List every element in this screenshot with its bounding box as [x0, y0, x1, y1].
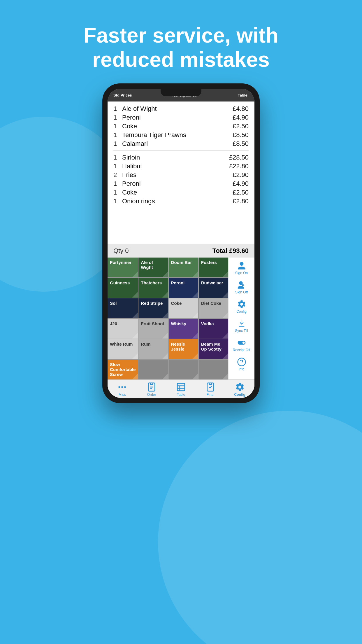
- order-item: 1 Coke £2.50: [113, 122, 249, 131]
- nav-order-label: Order: [147, 393, 156, 397]
- person-icon: [237, 261, 246, 270]
- info-button[interactable]: Info: [229, 355, 254, 374]
- grid-btn-vodka[interactable]: Vodka: [199, 319, 228, 339]
- grid-btn-fortyniner[interactable]: Fortyniner: [108, 258, 138, 277]
- grid-btn-peroni[interactable]: Peroni: [169, 278, 198, 298]
- bottom-nav: Misc Order: [108, 379, 254, 398]
- total-value: Total £93.60: [212, 247, 249, 255]
- nav-table-label: Table: [177, 393, 185, 397]
- clipboard-icon: [147, 382, 157, 392]
- grid-btn-empty-3[interactable]: [199, 360, 228, 379]
- nav-order[interactable]: Order: [137, 382, 166, 397]
- headline-text: Faster service, with reduced mistakes: [0, 23, 362, 72]
- order-list: 1 Ale of Wight £4.80 1 Peroni £4.90 1 Co…: [108, 102, 254, 244]
- check-clipboard-icon: [205, 382, 215, 392]
- bg-circle-1: [158, 411, 362, 644]
- grid-btn-coke[interactable]: Coke: [169, 298, 198, 318]
- receipt-off-button[interactable]: Receipt Off: [229, 336, 254, 354]
- sync-till-label: Sync Till: [235, 329, 248, 333]
- grid-btn-whisky[interactable]: Whisky: [169, 319, 198, 339]
- order-item: 1 Peroni £4.90: [113, 113, 249, 122]
- grid-btn-diet-coke[interactable]: Diet Coke: [199, 298, 228, 318]
- grid-btn-ale-of-wight[interactable]: Ale of Wight: [138, 258, 168, 277]
- info-label: Info: [238, 367, 244, 371]
- grid-btn-sol[interactable]: Sol: [108, 298, 138, 318]
- grid-btn-budweiser[interactable]: Budweiser: [199, 278, 228, 298]
- dots-icon: [117, 382, 127, 392]
- nav-config-label: Config: [234, 393, 245, 397]
- order-area: 1 Ale of Wight £4.80 1 Peroni £4.90 1 Co…: [108, 102, 254, 398]
- order-item: 1 Peroni £4.90: [113, 179, 249, 188]
- svg-point-3: [122, 386, 123, 388]
- grid-btn-fruit-shoot[interactable]: Fruit Shoot: [138, 319, 168, 339]
- nav-gear-icon: [235, 382, 245, 392]
- headline: Faster service, with reduced mistakes: [0, 0, 362, 83]
- qty-label: Qty 0: [113, 247, 129, 255]
- question-icon: [237, 357, 246, 367]
- svg-point-4: [124, 386, 126, 388]
- order-item: 1 Coke £2.50: [113, 188, 249, 197]
- sidebar: Sign On Sign Off Config: [228, 258, 254, 379]
- sign-on-label: Sign On: [235, 271, 248, 275]
- order-item: 1 Halibut £22.80: [113, 162, 249, 171]
- nav-misc[interactable]: Misc: [108, 382, 137, 397]
- config-sidebar-button[interactable]: Config: [229, 297, 254, 316]
- config-sidebar-label: Config: [236, 309, 247, 314]
- gear-icon: [237, 300, 246, 309]
- total-bar: Qty 0 Total £93.60: [108, 244, 254, 258]
- nav-final[interactable]: Final: [196, 382, 225, 397]
- receipt-off-label: Receipt Off: [233, 348, 250, 352]
- person-x-icon: [237, 280, 246, 290]
- svg-rect-8: [177, 383, 185, 391]
- phone-wrapper: Std Prices Not Signed On Table: 1 Ale of…: [0, 83, 362, 403]
- sync-till-button[interactable]: Sync Till: [229, 316, 254, 335]
- order-item: 1 Sirloin £28.50: [113, 153, 249, 162]
- svg-point-2: [119, 386, 120, 388]
- grid-btn-fosters[interactable]: Fosters: [199, 258, 228, 277]
- svg-rect-5: [150, 383, 153, 384]
- sign-off-button[interactable]: Sign Off: [229, 278, 254, 297]
- order-group-2: 1 Sirloin £28.50 1 Halibut £22.80 2 Frie…: [113, 153, 249, 208]
- grid-btn-empty-2[interactable]: [169, 360, 198, 379]
- phone-mockup: Std Prices Not Signed On Table: 1 Ale of…: [102, 83, 260, 403]
- order-item: 2 Fries £2.90: [113, 171, 249, 179]
- nav-table[interactable]: Table: [166, 382, 196, 397]
- grid-btn-white-rum[interactable]: White Rum: [108, 339, 138, 359]
- grid-btn-red-stripe[interactable]: Red Stripe: [138, 298, 168, 318]
- grid-btn-guinness[interactable]: Guinness: [108, 278, 138, 298]
- phone-screen: Std Prices Not Signed On Table: 1 Ale of…: [108, 89, 254, 398]
- buttons-section: Fortyniner Ale of Wight Doom Bar Fosters…: [108, 258, 254, 379]
- order-item: 1 Ale of Wight £4.80: [113, 104, 249, 113]
- button-grid: Fortyniner Ale of Wight Doom Bar Fosters…: [108, 258, 228, 379]
- nav-final-label: Final: [207, 393, 214, 397]
- table-icon: [176, 382, 186, 392]
- status-prices: Std Prices: [113, 93, 132, 97]
- toggle-icon: [237, 338, 246, 347]
- grid-btn-doom-bar[interactable]: Doom Bar: [169, 258, 198, 277]
- sign-on-button[interactable]: Sign On: [229, 259, 254, 277]
- status-table: Table:: [238, 93, 249, 97]
- grid-btn-nessie[interactable]: Nessie Jessie: [169, 339, 198, 359]
- grid-btn-rum[interactable]: Rum: [138, 339, 168, 359]
- sign-off-label: Sign Off: [235, 290, 248, 294]
- order-item: 1 Calamari £8.50: [113, 139, 249, 148]
- grid-btn-beam-me-up[interactable]: Beam Me Up Scotty: [199, 339, 228, 359]
- grid-btn-j20[interactable]: J20: [108, 319, 138, 339]
- nav-config[interactable]: Config: [225, 382, 254, 397]
- download-icon: [237, 319, 246, 328]
- svg-rect-12: [209, 383, 212, 384]
- grid-btn-empty-1[interactable]: [138, 360, 168, 379]
- order-item: 1 Tempura Tiger Prawns £8.50: [113, 131, 249, 139]
- order-item: 1 Onion rings £2.80: [113, 197, 249, 206]
- grid-btn-screw[interactable]: Slow Comfortable Screw: [108, 360, 138, 379]
- order-group-1: 1 Ale of Wight £4.80 1 Peroni £4.90 1 Co…: [113, 104, 249, 151]
- phone-notch: [161, 89, 201, 96]
- grid-btn-thatchers[interactable]: Thatchers: [138, 278, 168, 298]
- nav-misc-label: Misc: [119, 393, 126, 397]
